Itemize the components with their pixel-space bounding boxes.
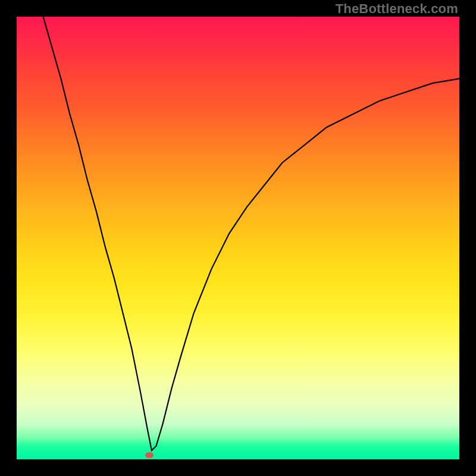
bottleneck-curve-path [43, 17, 459, 450]
chart-curve-svg [17, 17, 459, 459]
chart-plot-area [17, 17, 459, 459]
chart-frame: TheBottleneck.com [0, 0, 476, 476]
watermark-text: TheBottleneck.com [336, 1, 458, 17]
chart-minimum-marker [145, 452, 154, 458]
